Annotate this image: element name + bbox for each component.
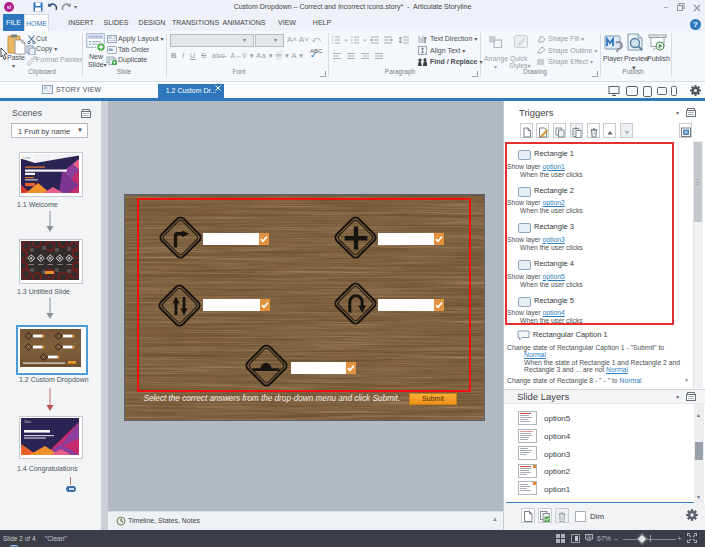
svg-text:Clear: Clear <box>24 420 31 424</box>
svg-text:lear: lear <box>26 156 31 160</box>
